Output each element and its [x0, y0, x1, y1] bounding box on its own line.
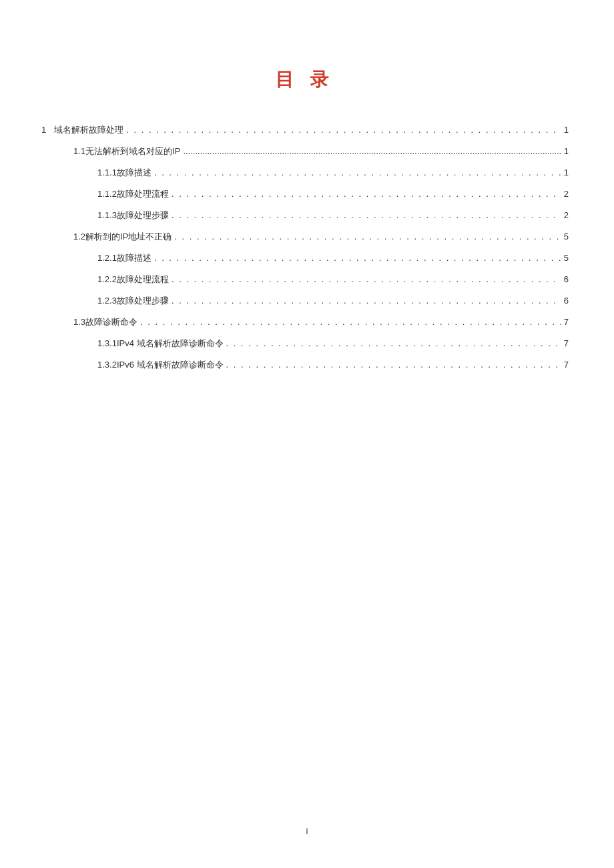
- toc-entry[interactable]: 1.1.3 故障处理步骤 2: [41, 209, 569, 222]
- toc-entry[interactable]: 1 域名解析故障处理 1: [41, 124, 569, 136]
- toc-leader: [174, 232, 561, 242]
- document-page: 目 录 1 域名解析故障处理 11.1 无法解析到域名对应的IP 11.1.1 …: [0, 0, 614, 371]
- toc-entry-number: 1.3: [73, 317, 85, 327]
- toc-entry-text: 故障诊断命令: [85, 316, 137, 328]
- toc-entry-number: 1.1.1: [97, 167, 117, 177]
- toc-entry[interactable]: 1.3.2 IPv6 域名解析故障诊断命令 7: [41, 359, 569, 371]
- toc-title: 目 录: [41, 67, 569, 92]
- toc-entry-page: 1: [564, 146, 569, 156]
- toc-entry[interactable]: 1.2.1 故障描述 5: [41, 252, 569, 264]
- toc-entry-page: 2: [564, 189, 569, 199]
- toc-entry[interactable]: 1.1 无法解析到域名对应的IP 1: [41, 145, 569, 157]
- toc-entry-text: 故障描述: [117, 252, 151, 264]
- toc-entry[interactable]: 1.3 故障诊断命令 7: [41, 316, 569, 328]
- toc-leader: [226, 360, 561, 370]
- toc-leader: [172, 210, 561, 220]
- toc-entry[interactable]: 1.2 解析到的IP地址不正确 5: [41, 231, 569, 243]
- toc-entry[interactable]: 1.3.1 IPv4 域名解析故障诊断命令 7: [41, 338, 569, 350]
- toc-entry-text: IPv6 域名解析故障诊断命令: [117, 359, 224, 371]
- toc-entry-page: 1: [564, 167, 569, 177]
- toc-leader: [183, 146, 561, 156]
- toc-entry-page: 1: [564, 125, 569, 135]
- page-number: i: [0, 826, 614, 836]
- toc-entry-number: 1.1.3: [97, 210, 117, 220]
- toc-container: 1 域名解析故障处理 11.1 无法解析到域名对应的IP 11.1.1 故障描述…: [41, 124, 569, 371]
- toc-entry-text: 故障处理步骤: [117, 295, 169, 307]
- toc-entry[interactable]: 1.1.2 故障处理流程 2: [41, 188, 569, 200]
- toc-entry-text: 域名解析故障处理: [54, 124, 123, 136]
- toc-entry-number: 1.3.2: [97, 360, 117, 370]
- toc-entry-page: 5: [564, 253, 569, 263]
- toc-entry-number: 1.1.2: [97, 189, 117, 199]
- toc-entry-number: 1: [41, 125, 46, 135]
- toc-leader: [226, 338, 561, 348]
- toc-leader: [172, 296, 561, 306]
- toc-entry-number: 1.3.1: [97, 338, 117, 348]
- toc-entry-number: 1.2: [73, 232, 85, 242]
- toc-entry-page: 2: [564, 210, 569, 220]
- toc-entry-number: 1.2.1: [97, 253, 117, 263]
- toc-entry-page: 7: [564, 338, 569, 348]
- toc-leader: [140, 317, 561, 327]
- toc-entry-page: 7: [564, 360, 569, 370]
- toc-entry[interactable]: 1.2.3 故障处理步骤 6: [41, 295, 569, 307]
- toc-entry-text: IPv4 域名解析故障诊断命令: [117, 338, 224, 350]
- toc-entry-text: 故障描述: [117, 167, 151, 179]
- toc-entry-number: 1.1: [73, 146, 85, 156]
- toc-entry-page: 6: [564, 274, 569, 284]
- toc-entry-page: 7: [564, 317, 569, 327]
- toc-entry-text: 无法解析到域名对应的IP: [85, 145, 180, 157]
- toc-leader: [172, 189, 561, 199]
- toc-entry-text: 故障处理流程: [117, 274, 169, 286]
- toc-entry-page: 5: [564, 232, 569, 242]
- toc-entry[interactable]: 1.2.2 故障处理流程 6: [41, 274, 569, 286]
- toc-leader: [172, 274, 561, 284]
- toc-entry-text: 故障处理流程: [117, 188, 169, 200]
- toc-entry-number: 1.2.3: [97, 296, 117, 306]
- toc-entry[interactable]: 1.1.1 故障描述 1: [41, 167, 569, 179]
- toc-leader: [126, 125, 561, 135]
- toc-entry-number: 1.2.2: [97, 274, 117, 284]
- toc-entry-text: 解析到的IP地址不正确: [85, 231, 172, 243]
- toc-entry-page: 6: [564, 296, 569, 306]
- toc-leader: [154, 253, 561, 263]
- toc-leader: [154, 167, 561, 177]
- toc-entry-text: 故障处理步骤: [117, 209, 169, 222]
